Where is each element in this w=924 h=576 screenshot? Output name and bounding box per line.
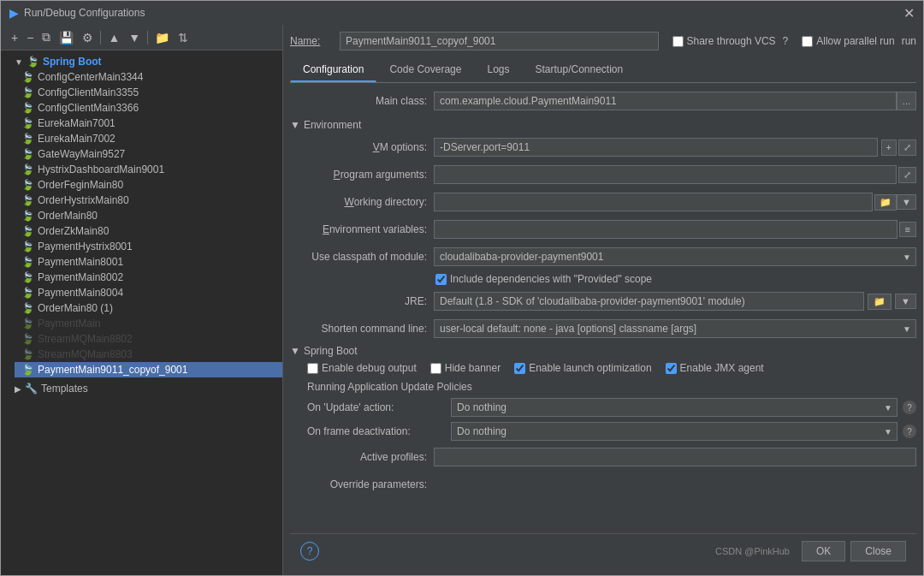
active-profiles-input[interactable] [434, 448, 916, 466]
vm-options-input[interactable] [434, 138, 878, 157]
move-down-button[interactable]: ▼ [125, 29, 144, 46]
vm-options-label: VM options: [290, 141, 427, 153]
left-toolbar: + − ⧉ 💾 ⚙ ▲ ▼ 📁 ⇅ [1, 25, 282, 50]
main-class-browse-button[interactable]: ... [897, 92, 916, 110]
spring-boot-group[interactable]: ▼ 🍃 Spring Boot [8, 54, 282, 69]
share-help-icon[interactable]: ? [783, 35, 789, 47]
spring-icon: 🍃 [21, 148, 34, 160]
help-button[interactable]: ? [300, 542, 319, 561]
on-frame-help-icon[interactable]: ? [903, 425, 916, 438]
list-item[interactable]: 🍃 HystrixDashboardMain9001 [15, 162, 282, 177]
close-button[interactable]: ✕ [903, 5, 915, 21]
list-item[interactable]: 🍃 StreamMQMain8803 [15, 347, 282, 362]
list-item[interactable]: 🍃 ConfigClientMain3366 [15, 100, 282, 116]
list-item[interactable]: 🍃 OrderMain80 (1) [15, 300, 282, 316]
env-vars-input[interactable] [434, 220, 897, 239]
working-dir-input[interactable] [434, 193, 873, 211]
selected-config-item[interactable]: 🍃 PaymentMain9011_copyof_9001 [15, 362, 282, 377]
move-up-button[interactable]: ▲ [104, 29, 123, 46]
remove-config-button[interactable]: − [23, 29, 37, 46]
main-class-label: Main class: [290, 95, 427, 107]
program-args-input[interactable] [434, 165, 897, 184]
spring-icon: 🍃 [21, 117, 34, 129]
spring-icon: 🍃 [21, 302, 34, 314]
folder-button[interactable]: 📁 [151, 29, 173, 46]
list-item[interactable]: 🍃 ConfigCenterMain3344 [15, 69, 282, 85]
on-update-help-icon[interactable]: ? [903, 401, 916, 414]
enable-launch-checkbox[interactable] [514, 363, 525, 374]
list-item[interactable]: 🍃 ConfigClientMain3355 [15, 85, 282, 100]
env-vars-browse-button[interactable]: ≡ [899, 222, 916, 237]
include-deps-checkbox[interactable] [435, 274, 447, 285]
enable-jmx-checkbox[interactable] [666, 363, 677, 374]
list-item[interactable]: 🍃 PaymentMain8002 [15, 270, 282, 285]
hide-banner-text: Hide banner [445, 362, 500, 374]
enable-debug-label[interactable]: Enable debug output [307, 362, 417, 374]
list-item[interactable]: 🍃 OrderMain80 [15, 208, 282, 223]
enable-launch-label[interactable]: Enable launch optimization [514, 362, 651, 374]
enable-debug-checkbox[interactable] [307, 363, 318, 374]
item-label: EurekaMain7002 [38, 133, 116, 145]
save-config-button[interactable]: 💾 [56, 29, 77, 46]
list-item[interactable]: 🍃 PaymentMain8001 [15, 254, 282, 270]
settings-config-button[interactable]: ⚙ [79, 29, 97, 46]
jre-browse-button[interactable]: 📁 [868, 294, 891, 310]
tab-code-coverage[interactable]: Code Coverage [376, 57, 474, 82]
vm-maximize-button[interactable]: ⤢ [898, 140, 916, 156]
working-dir-expand-button[interactable]: ▼ [897, 194, 916, 210]
enable-jmx-label[interactable]: Enable JMX agent [666, 362, 764, 374]
copy-config-button[interactable]: ⧉ [38, 28, 54, 46]
on-update-select[interactable]: Do nothing [451, 398, 897, 417]
list-item[interactable]: 🍃 EurekaMain7001 [15, 116, 282, 131]
working-dir-browse-button[interactable]: 📁 [874, 194, 897, 211]
hide-banner-checkbox[interactable] [430, 363, 441, 374]
on-frame-select-wrapper: Do nothing ▼ ? [451, 422, 916, 441]
jre-label: JRE: [290, 295, 427, 307]
active-profiles-label: Active profiles: [290, 451, 427, 463]
hide-banner-label[interactable]: Hide banner [430, 362, 500, 374]
list-item[interactable]: 🍃 PaymentMain [15, 316, 282, 331]
list-item[interactable]: 🍃 OrderZkMain80 [15, 223, 282, 239]
list-item[interactable]: 🍃 OrderHystrixMain80 [15, 193, 282, 208]
classpath-select[interactable]: cloudalibaba-provider-payment9001 [434, 247, 916, 266]
tab-configuration[interactable]: Configuration [290, 57, 376, 82]
share-vcs-checkbox[interactable] [672, 36, 684, 47]
shorten-row: Shorten command line: user-local default… [290, 318, 916, 340]
tab-logs[interactable]: Logs [474, 57, 522, 82]
vm-expand-button[interactable]: + [881, 140, 897, 156]
list-item[interactable]: 🍃 StreamMQMain8802 [15, 331, 282, 347]
sort-button[interactable]: ⇅ [175, 29, 192, 46]
allow-parallel-checkbox[interactable] [802, 36, 813, 47]
config-name-input[interactable] [340, 32, 659, 50]
tab-startup-connection[interactable]: Startup/Connection [522, 57, 636, 82]
spring-icon: 🍃 [21, 256, 34, 268]
add-config-button[interactable]: + [8, 29, 21, 46]
allow-parallel-label[interactable]: Allow parallel run [802, 35, 894, 47]
list-item[interactable]: 🍃 PaymentMain8004 [15, 285, 282, 300]
share-vcs-label[interactable]: Share through VCS [672, 35, 776, 47]
on-frame-select[interactable]: Do nothing [451, 422, 897, 441]
templates-group[interactable]: ▶ 🔧 Templates [8, 381, 282, 396]
collapse-icon: ▼ [15, 57, 23, 67]
shorten-select[interactable]: user-local default: none - java [options… [434, 319, 916, 338]
list-item[interactable]: 🍃 EurekaMain7002 [15, 131, 282, 146]
env-collapse-icon[interactable]: ▼ [290, 119, 300, 131]
classpath-row: Use classpath of module: cloudalibaba-pr… [290, 246, 916, 268]
close-dialog-button[interactable]: Close [850, 541, 906, 561]
list-item[interactable]: 🍃 OrderFeginMain80 [15, 177, 282, 193]
spring-icon: 🍃 [21, 210, 34, 222]
right-panel: Name: Share through VCS ? Allow parallel… [283, 25, 923, 575]
jre-select[interactable]: Default (1.8 - SDK of 'cloudalibaba-prov… [434, 292, 864, 311]
jre-expand-button[interactable]: ▼ [895, 294, 916, 309]
item-label: StreamMQMain8803 [38, 348, 133, 360]
main-class-input[interactable] [434, 92, 897, 110]
item-label: OrderMain80 (1) [38, 302, 113, 314]
args-maximize-button[interactable]: ⤢ [898, 167, 916, 183]
ok-button[interactable]: OK [802, 541, 845, 561]
item-label: PaymentMain9011_copyof_9001 [38, 364, 187, 376]
spring-boot-collapse-icon[interactable]: ▼ [290, 345, 300, 357]
list-item[interactable]: 🍃 PaymentHystrix8001 [15, 239, 282, 254]
spring-boot-section-header: ▼ Spring Boot [290, 345, 916, 357]
list-item[interactable]: 🍃 GateWayMain9527 [15, 146, 282, 162]
on-frame-row: On frame deactivation: Do nothing ▼ ? [307, 422, 916, 441]
